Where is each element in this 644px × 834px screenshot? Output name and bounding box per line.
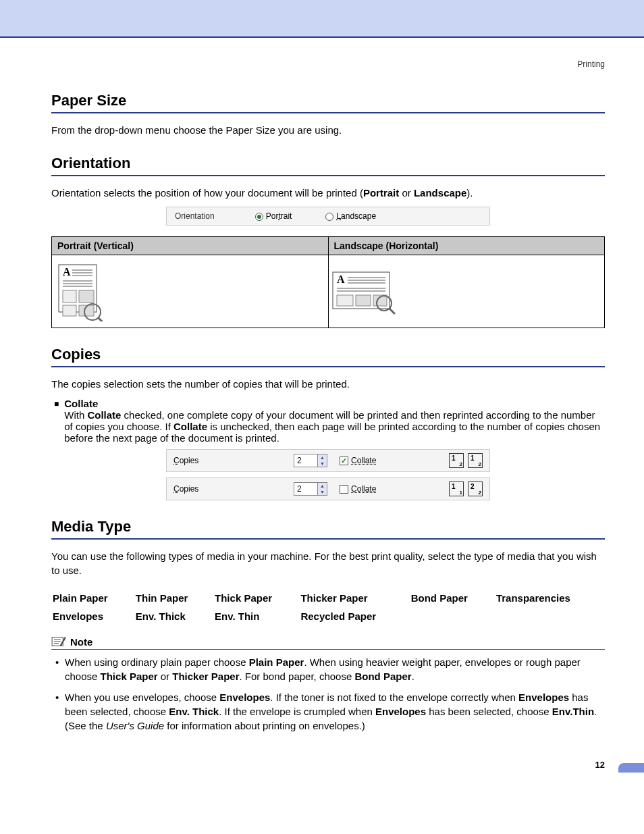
copies-label: Copies: [173, 484, 281, 494]
media-cell: Bond Paper: [411, 590, 495, 606]
copies-spinner[interactable]: ▲▼: [294, 454, 327, 467]
media-cell: Thicker Paper: [300, 590, 409, 606]
note-item: When you use envelopes, choose Envelopes…: [55, 690, 605, 733]
square-bullet-icon: ■: [54, 399, 59, 444]
svg-rect-21: [337, 295, 353, 306]
media-cell: Recycled Paper: [300, 608, 409, 625]
media-cell: Env. Thick: [136, 608, 213, 625]
radio-portrait[interactable]: Portrait: [255, 211, 292, 221]
heading-orientation: Orientation: [51, 155, 605, 176]
note-label: Note: [70, 636, 92, 648]
text: ).: [466, 187, 473, 199]
svg-rect-22: [356, 295, 371, 306]
page-number: 12: [51, 760, 605, 790]
media-body: You can use the following types of media…: [51, 549, 605, 577]
spinner-arrows-icon[interactable]: ▲▼: [317, 483, 327, 495]
note-icon: [51, 635, 66, 648]
heading-paper-size: Paper Size: [51, 92, 605, 113]
collate-bullet: ■ Collate With Collate checked, one comp…: [54, 398, 605, 444]
copies-body: The copies selection sets the number of …: [51, 377, 605, 391]
checkbox-icon: ✓: [340, 457, 348, 465]
copies-label: Copies: [173, 456, 281, 465]
text: or: [399, 187, 414, 199]
svg-text:A: A: [337, 273, 345, 285]
media-cell: Envelopes: [53, 608, 134, 625]
checkbox-icon: [340, 485, 348, 494]
media-cell: Transparencies: [496, 590, 603, 606]
collate-order-icon: 12 12: [449, 453, 483, 468]
svg-rect-9: [79, 290, 94, 303]
text: With: [64, 409, 87, 421]
document-landscape-icon: A: [329, 268, 396, 315]
radio-icon: [325, 213, 333, 221]
collate-checkbox[interactable]: ✓Collate: [340, 456, 376, 465]
collate-checkbox[interactable]: Collate: [340, 484, 376, 494]
svg-rect-8: [63, 290, 76, 303]
note-heading: Note: [51, 635, 605, 650]
svg-rect-10: [63, 305, 76, 316]
text-bold: Collate: [173, 421, 207, 432]
text-bold: Landscape: [414, 187, 466, 199]
dialog-label: Orientation: [175, 211, 215, 221]
spinner-arrows-icon[interactable]: ▲▼: [317, 454, 327, 467]
svg-line-25: [390, 309, 395, 314]
collate-order-icon: 11 22: [449, 481, 483, 496]
media-cell: Thick Paper: [215, 590, 299, 606]
copies-row-unchecked: Copies ▲▼ Collate 11 22: [166, 477, 490, 500]
text-bold: Collate: [87, 409, 121, 421]
collate-label: Collate: [64, 398, 98, 409]
copies-input[interactable]: [294, 454, 317, 467]
td-portrait-icon: A: [52, 255, 329, 328]
heading-media-type: Media Type: [51, 518, 605, 540]
orientation-dialog: Orientation Portrait Landscape: [166, 207, 490, 226]
media-cell: Plain Paper: [53, 590, 134, 606]
th-landscape: Landscape (Horizontal): [328, 237, 605, 255]
copies-row-checked: Copies ▲▼ ✓Collate 12 12: [166, 449, 490, 472]
media-cell: Env. Thin: [215, 608, 299, 625]
top-band: [0, 0, 644, 38]
heading-copies: Copies: [51, 346, 605, 367]
text-bold: Portrait: [363, 187, 399, 199]
document-portrait-icon: A: [52, 262, 106, 321]
text: Orientation selects the position of how …: [51, 187, 363, 199]
svg-line-13: [98, 317, 103, 321]
note-list: When using ordinary plain paper choose P…: [51, 655, 605, 733]
copies-input[interactable]: [294, 483, 317, 495]
paper-size-body: From the drop-down menu choose the Paper…: [51, 123, 605, 137]
header-label: Printing: [51, 59, 605, 69]
note-item: When using ordinary plain paper choose P…: [55, 655, 605, 683]
orientation-table: Portrait (Vertical) Landscape (Horizonta…: [51, 236, 605, 328]
media-table: Plain Paper Thin Paper Thick Paper Thick…: [51, 588, 605, 626]
media-cell: Thin Paper: [136, 590, 213, 606]
copies-spinner[interactable]: ▲▼: [294, 482, 327, 496]
radio-landscape[interactable]: Landscape: [325, 211, 376, 221]
td-landscape-icon: A: [328, 255, 605, 328]
orientation-intro: Orientation selects the position of how …: [51, 186, 605, 200]
th-portrait: Portrait (Vertical): [52, 237, 329, 255]
radio-icon: [255, 213, 263, 221]
svg-text:A: A: [63, 266, 71, 278]
